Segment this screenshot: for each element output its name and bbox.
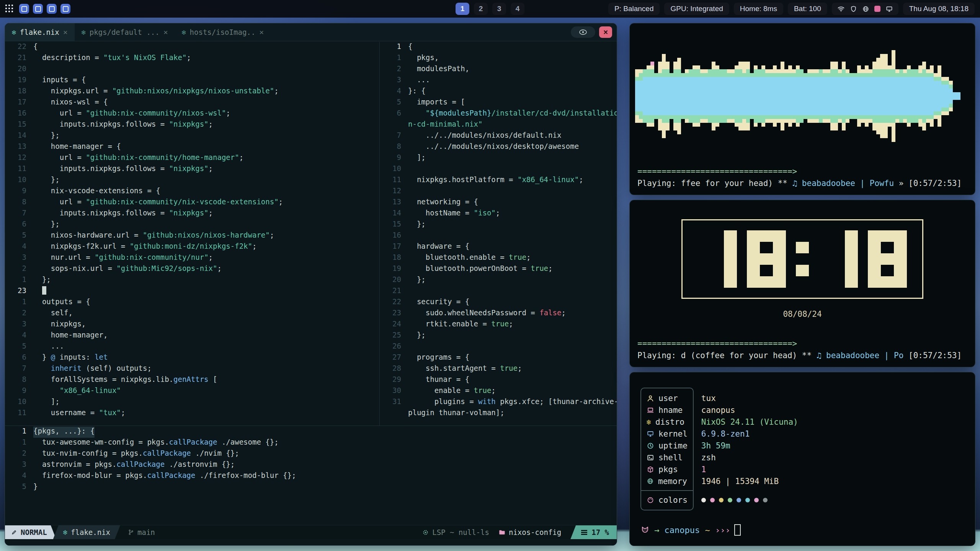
code-line[interactable]: 17 nixos-wsl = { xyxy=(5,98,379,109)
editor-window[interactable]: ❄flake.nix×❄pkgs/default ...×❄hosts/isoI… xyxy=(5,23,617,546)
shield-icon[interactable] xyxy=(850,5,857,13)
code-line[interactable]: 7 inputs.nixpkgs.follows = "nixpkgs"; xyxy=(5,209,379,220)
code-line[interactable]: plugin thunar-volman]; xyxy=(380,408,617,419)
code-line[interactable]: 22{ xyxy=(5,42,379,53)
code-line[interactable]: 4}: { xyxy=(380,86,617,98)
code-line[interactable]: 4 firefox-mod-blur = pkgs.callPackage ./… xyxy=(5,471,617,482)
clock-window[interactable]: 08/08/24 ===============================… xyxy=(629,200,975,367)
code-line[interactable]: 16 xyxy=(380,231,617,242)
code-line[interactable]: 5} xyxy=(5,482,617,493)
code-line[interactable]: 9 nix-vscode-extensions = { xyxy=(5,186,379,197)
code-line[interactable]: 7 inherit (self) outputs; xyxy=(5,364,379,375)
toggle-pill-button[interactable] xyxy=(571,26,595,38)
code-line[interactable]: 26 xyxy=(380,342,617,353)
pane-iso-image[interactable]: 1{1 pkgs,2 modulesPath,3 ...4}: {5 impor… xyxy=(379,42,617,425)
code-line[interactable]: 2 tux-nvim-config = pkgs.callPackage ./n… xyxy=(5,449,617,460)
window-close-button[interactable]: × xyxy=(599,26,612,38)
code-line[interactable]: 29 thunar = { xyxy=(380,375,617,386)
code-line[interactable]: 1 pkgs, xyxy=(380,53,617,64)
code-line[interactable]: 18 bluetooth.enable = true; xyxy=(380,253,617,264)
system-tray[interactable] xyxy=(832,3,898,15)
code-line[interactable]: 14 }; xyxy=(5,131,379,142)
pane-pkgs-default[interactable]: 1{pkgs, ...}: {1 tux-awesome-wm-config =… xyxy=(5,425,617,525)
code-line[interactable]: 13 networking = { xyxy=(380,197,617,209)
workspace-tag-2[interactable]: 2 xyxy=(474,3,488,15)
status-chip[interactable]: Bat: 100 xyxy=(788,3,827,15)
code-line[interactable]: 6 } @ inputs: let xyxy=(5,353,379,364)
code-line[interactable]: 8 ../../modules/nixos/desktop/awesome xyxy=(380,142,617,153)
code-line[interactable]: 30 enable = true; xyxy=(380,386,617,397)
globe-icon[interactable] xyxy=(862,5,869,13)
code-line[interactable]: 8 forAllSystems = nixpkgs.lib.genAttrs [ xyxy=(5,375,379,386)
code-line[interactable]: 2 sops-nix.url = "github:Mic92/sops-nix"… xyxy=(5,264,379,275)
status-chip[interactable]: GPU: Integrated xyxy=(664,3,729,15)
code-line[interactable]: 4 nixpkgs-f2k.url = "github:moni-dz/nixp… xyxy=(5,242,379,253)
shell-prompt[interactable]: → canopus ~ ››› xyxy=(640,524,741,536)
code-line[interactable]: 14 hostName = "iso"; xyxy=(380,209,617,220)
clock-widget[interactable]: Thu Aug 08, 18:18 xyxy=(903,3,975,15)
code-line[interactable]: 31 plugins = with pkgs.xfce; [thunar-arc… xyxy=(380,397,617,408)
code-line[interactable]: 15 inputs.nixpkgs.follows = "nixpkgs"; xyxy=(5,120,379,131)
code-line[interactable]: 1{pkgs, ...}: { xyxy=(5,427,617,438)
code-line[interactable]: 5 ... xyxy=(5,342,379,353)
pinned-app-icon[interactable] xyxy=(19,4,29,14)
code-line[interactable]: 17 hardware = { xyxy=(380,242,617,253)
code-line[interactable]: 11 username = "tux"; xyxy=(5,408,379,419)
buffer-tab[interactable]: ❄hosts/isoImag..× xyxy=(175,23,271,41)
code-line[interactable]: 1{ xyxy=(380,42,617,53)
code-line[interactable]: 23 xyxy=(5,286,379,297)
code-line[interactable]: 10 xyxy=(380,164,617,175)
code-line[interactable]: 8 url = "github:nix-community/nix-vscode… xyxy=(5,197,379,209)
code-line[interactable]: 1 tux-awesome-wm-config = pkgs.callPacka… xyxy=(5,438,617,449)
code-line[interactable]: 1 }; xyxy=(5,275,379,286)
code-line[interactable]: 12 url = "github:nix-community/home-mana… xyxy=(5,153,379,164)
code-line[interactable]: 10 }; xyxy=(5,175,379,186)
code-line[interactable]: 25 }; xyxy=(380,331,617,342)
code-line[interactable]: 3 ... xyxy=(380,75,617,86)
code-line[interactable]: n-cd-minimal.nix" xyxy=(380,120,617,131)
code-line[interactable]: 3 astronvim = pkgs.callPackage ./astronv… xyxy=(5,460,617,471)
visualizer-window[interactable]: ================================> Playin… xyxy=(629,23,975,195)
code-line[interactable]: 13 home-manager = { xyxy=(5,142,379,153)
fetch-window[interactable]: userhname❄distrokerneluptimeshellpkgsmem… xyxy=(629,372,975,546)
code-line[interactable]: 20 xyxy=(5,64,379,75)
buffer-tab[interactable]: ❄pkgs/default ...× xyxy=(75,23,175,41)
code-line[interactable]: 2 self, xyxy=(5,308,379,320)
pinned-app-icon[interactable] xyxy=(33,4,43,14)
statusline-file[interactable]: ❄ flake.nix xyxy=(53,525,120,539)
command-line[interactable] xyxy=(5,539,617,545)
code-line[interactable]: 27 programs = { xyxy=(380,353,617,364)
code-line[interactable]: 19 inputs = { xyxy=(5,75,379,86)
code-line[interactable]: 3 nixpkgs, xyxy=(5,320,379,331)
status-chip[interactable]: P: Balanced xyxy=(608,3,660,15)
workspace-tag-4[interactable]: 4 xyxy=(511,3,524,15)
buffer-tab[interactable]: ❄flake.nix× xyxy=(5,23,75,41)
close-icon[interactable]: × xyxy=(163,28,168,37)
color-swatch-icon[interactable] xyxy=(874,6,880,12)
close-icon[interactable]: × xyxy=(63,28,68,37)
code-line[interactable]: 18 nixpkgs.url = "github:nixos/nixpkgs/n… xyxy=(5,86,379,98)
project-indicator[interactable]: nixos-config xyxy=(498,528,561,536)
code-line[interactable]: 15 }; xyxy=(380,220,617,231)
code-line[interactable]: 6 "${modulesPath}/installer/cd-dvd/insta… xyxy=(380,109,617,120)
code-line[interactable]: 4 home-manager, xyxy=(5,331,379,342)
workspace-tag-3[interactable]: 3 xyxy=(492,3,506,15)
code-line[interactable]: 23 sudo.wheelNeedsPassword = false; xyxy=(380,308,617,320)
git-branch-indicator[interactable]: main xyxy=(128,528,155,536)
code-line[interactable]: 21 description = "tux's NixOS Flake"; xyxy=(5,53,379,64)
code-line[interactable]: 10 ]; xyxy=(5,397,379,408)
code-line[interactable]: 2 modulesPath, xyxy=(380,64,617,75)
code-line[interactable]: 7 ../../modules/nixos/default.nix xyxy=(380,131,617,142)
code-line[interactable]: 24 rtkit.enable = true; xyxy=(380,320,617,331)
code-line[interactable]: 16 url = "github:nix-community/nixos-wsl… xyxy=(5,109,379,120)
wifi-icon[interactable] xyxy=(837,5,845,13)
pane-flake-nix[interactable]: 22{21 description = "tux's NixOS Flake";… xyxy=(5,42,379,425)
code-line[interactable]: 6 }; xyxy=(5,220,379,231)
code-line[interactable]: 3 nur.url = "github:nix-community/nur"; xyxy=(5,253,379,264)
code-line[interactable]: 28 ssh.startAgent = true; xyxy=(380,364,617,375)
code-line[interactable]: 5 imports = [ xyxy=(380,98,617,109)
code-line[interactable]: 9 ]; xyxy=(380,153,617,164)
display-icon[interactable] xyxy=(885,5,893,13)
code-line[interactable]: 9 "x86_64-linux" xyxy=(5,386,379,397)
code-line[interactable]: 21 xyxy=(380,286,617,297)
